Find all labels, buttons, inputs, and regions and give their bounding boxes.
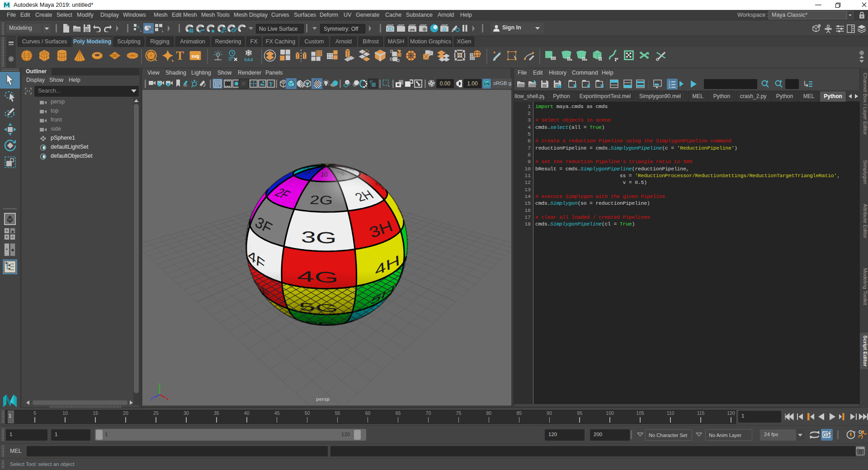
svg-text:y: y bbox=[159, 382, 161, 387]
svg-text:z: z bbox=[151, 396, 153, 401]
svg-text:0,0,0: 0,0,0 bbox=[244, 57, 253, 62]
svg-text:123: 123 bbox=[557, 85, 562, 89]
svg-text:svg: svg bbox=[191, 54, 199, 59]
svg-text:T: T bbox=[269, 80, 273, 87]
svg-text:ON: ON bbox=[484, 82, 489, 86]
svg-text:T: T bbox=[176, 49, 184, 62]
svg-text:IPR: IPR bbox=[410, 28, 415, 32]
svg-text:{;}: {;} bbox=[857, 451, 864, 455]
svg-text:x: x bbox=[166, 396, 169, 401]
svg-text:persp: persp bbox=[316, 396, 330, 402]
svg-text:3: 3 bbox=[669, 86, 670, 89]
